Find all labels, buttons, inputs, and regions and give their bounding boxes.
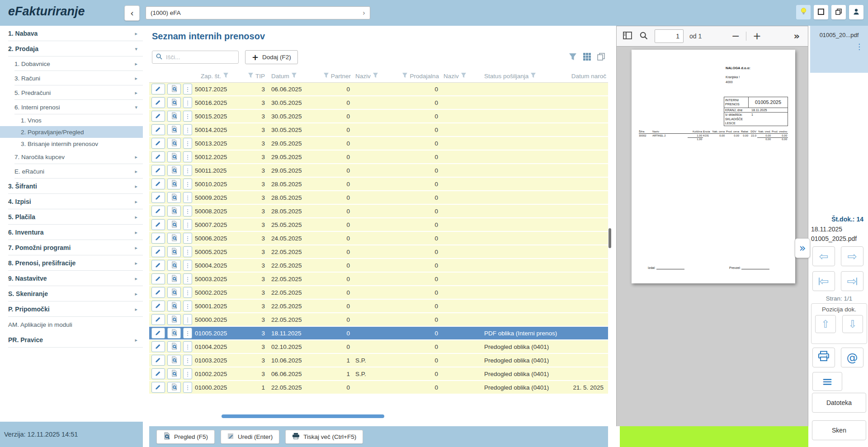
- search-input[interactable]: [165, 53, 230, 61]
- row-edit-button[interactable]: [151, 246, 165, 257]
- filter-icon[interactable]: [291, 72, 297, 80]
- zoom-in-button[interactable]: +: [751, 31, 763, 41]
- table-row[interactable]: ⋮ 50011.2025 3 29.05.2025 0 0: [149, 164, 608, 177]
- row-menu-button[interactable]: ⋮: [183, 382, 192, 393]
- sidebar-item[interactable]: 3. Računi ▸: [0, 71, 143, 85]
- table-row[interactable]: ⋮ 50017.2025 3 06.06.2025 0 0: [149, 83, 608, 95]
- row-edit-button[interactable]: [151, 233, 165, 244]
- column-header-datum[interactable]: Datum: [267, 72, 314, 80]
- previous-document-button[interactable]: ⇦: [812, 246, 835, 266]
- table-row[interactable]: ⋮ 01003.2025 3 10.06.2025 1 S.P. 0 Predo…: [149, 354, 608, 367]
- email-document-button[interactable]: @: [841, 348, 863, 367]
- row-edit-button[interactable]: [151, 165, 165, 176]
- column-header-partner-naziv[interactable]: Naziv: [353, 72, 393, 80]
- sidebar-item[interactable]: S. Skeniranje ▸: [0, 286, 143, 301]
- sidebar-collapse-button[interactable]: ‹: [124, 5, 140, 21]
- pdf-search-button[interactable]: [639, 31, 649, 42]
- row-preview-button[interactable]: [167, 287, 181, 298]
- row-edit-button[interactable]: [151, 151, 165, 162]
- table-row[interactable]: ⋮ 50013.2025 3 29.05.2025 0 0: [149, 137, 608, 150]
- row-menu-button[interactable]: ⋮: [183, 206, 192, 216]
- column-header-prodajalna[interactable]: Prodajalna: [393, 72, 441, 80]
- position-down-button[interactable]: ⇩: [842, 315, 863, 333]
- sidebar-item[interactable]: 6. Inventura ▸: [0, 225, 143, 240]
- row-menu-button[interactable]: ⋮: [183, 314, 192, 325]
- table-row[interactable]: ⋮ 50004.2025 3 22.05.2025 0 0: [149, 259, 608, 272]
- row-edit-button[interactable]: [151, 206, 165, 216]
- row-menu-button[interactable]: ⋮: [183, 301, 192, 311]
- row-preview-button[interactable]: [167, 260, 181, 271]
- column-header-status[interactable]: Status pošiljanja: [481, 72, 571, 80]
- row-menu-button[interactable]: ⋮: [183, 151, 192, 162]
- sidebar-item[interactable]: 3. Šifranti ▸: [0, 179, 143, 194]
- sidebar-item[interactable]: AM. Aplikacije in moduli: [0, 317, 143, 332]
- table-row[interactable]: ⋮ 50005.2025 3 22.05.2025 0 0: [149, 245, 608, 258]
- table-row[interactable]: ⋮ 50016.2025 3 30.05.2025 0 0: [149, 96, 608, 109]
- row-menu-button[interactable]: ⋮: [183, 368, 192, 379]
- vertical-scrollbar[interactable]: [609, 228, 611, 248]
- pdf-sidebar-toggle-button[interactable]: [622, 31, 633, 42]
- add-button[interactable]: + Dodaj (F2): [245, 50, 298, 64]
- row-edit-button[interactable]: [151, 260, 165, 271]
- sidebar-item[interactable]: P. Pripomočki ▸: [0, 301, 143, 317]
- window-button[interactable]: [814, 5, 828, 19]
- sidebar-item[interactable]: 1. Vnos: [0, 114, 143, 126]
- copy-button[interactable]: [597, 52, 605, 62]
- row-edit-button[interactable]: [151, 328, 165, 339]
- position-up-button[interactable]: ⇧: [815, 315, 836, 333]
- row-edit-button[interactable]: [151, 301, 165, 311]
- row-preview-button[interactable]: [167, 206, 181, 216]
- row-edit-button[interactable]: [151, 341, 165, 352]
- table-row[interactable]: ⋮ 01005.2025 3 18.11.2025 0 0 PDF oblika…: [149, 327, 608, 339]
- sidebar-item[interactable]: 1. Nabava ▸: [0, 26, 143, 41]
- file-button[interactable]: Datoteka: [812, 393, 866, 413]
- row-edit-button[interactable]: [151, 192, 165, 203]
- row-menu-button[interactable]: ⋮: [183, 97, 192, 108]
- column-header-partner[interactable]: Partner: [314, 72, 353, 80]
- row-menu-button[interactable]: ⋮: [183, 179, 192, 189]
- row-edit-button[interactable]: [151, 382, 165, 393]
- sidebar-item[interactable]: 9. Nastavitve ▸: [0, 271, 143, 286]
- filter-icon[interactable]: [323, 72, 329, 80]
- table-row[interactable]: ⋮ 50001.2025 3 22.05.2025 0 0: [149, 300, 608, 312]
- row-preview-button[interactable]: [167, 301, 181, 311]
- row-edit-button[interactable]: [151, 124, 165, 135]
- row-preview-button[interactable]: [167, 111, 181, 122]
- row-menu-button[interactable]: ⋮: [183, 287, 192, 298]
- sidebar-item[interactable]: 4. Izpisi ▸: [0, 194, 143, 209]
- row-menu-button[interactable]: ⋮: [183, 111, 192, 122]
- table-row[interactable]: ⋮ 50000.2025 3 22.05.2025 0 0: [149, 313, 608, 326]
- row-preview-button[interactable]: [167, 355, 181, 366]
- table-row[interactable]: ⋮ 50015.2025 3 30.05.2025 0 0: [149, 110, 608, 122]
- table-row[interactable]: ⋮ 50014.2025 3 30.05.2025 0 0: [149, 123, 608, 136]
- row-preview-button[interactable]: [167, 273, 181, 284]
- row-preview-button[interactable]: [167, 138, 181, 149]
- user-button[interactable]: [849, 5, 863, 19]
- table-row[interactable]: ⋮ 50007.2025 3 25.05.2025 0 0: [149, 218, 608, 231]
- row-menu-button[interactable]: ⋮: [183, 233, 192, 244]
- row-menu-button[interactable]: ⋮: [183, 341, 192, 352]
- row-edit-button[interactable]: [151, 138, 165, 149]
- sidebar-item[interactable]: PR. Pravice ▸: [0, 332, 143, 348]
- row-edit-button[interactable]: [151, 179, 165, 189]
- kebab-menu-icon[interactable]: ⋮: [855, 42, 863, 51]
- sidebar-item[interactable]: 7. Naročila kupcev ▸: [0, 150, 143, 164]
- doc-menu-button[interactable]: ≡: [812, 372, 842, 391]
- table-row[interactable]: ⋮ 50008.2025 3 28.05.2025 0 0: [149, 205, 608, 217]
- first-document-button[interactable]: ⇦: [812, 271, 835, 291]
- row-edit-button[interactable]: [151, 84, 165, 94]
- expand-panel-button[interactable]: »: [795, 238, 810, 258]
- table-row[interactable]: ⋮ 50003.2025 3 22.05.2025 0 0: [149, 273, 608, 285]
- row-preview-button[interactable]: [167, 179, 181, 189]
- sidebar-item[interactable]: E. eRačuni ▸: [0, 164, 143, 179]
- company-selector[interactable]: (1000) eFA ›: [146, 6, 370, 19]
- column-header-prodajalna-naziv[interactable]: Naziv: [441, 72, 481, 80]
- row-preview-button[interactable]: [167, 382, 181, 393]
- pdf-more-tools-button[interactable]: »: [791, 30, 802, 42]
- row-preview-button[interactable]: [167, 314, 181, 325]
- row-menu-button[interactable]: ⋮: [183, 165, 192, 176]
- sidebar-item[interactable]: 6. Interni prenosi ▾: [0, 100, 143, 114]
- filter-icon[interactable]: [402, 72, 408, 80]
- lightbulb-button[interactable]: [796, 5, 811, 19]
- row-preview-button[interactable]: [167, 124, 181, 135]
